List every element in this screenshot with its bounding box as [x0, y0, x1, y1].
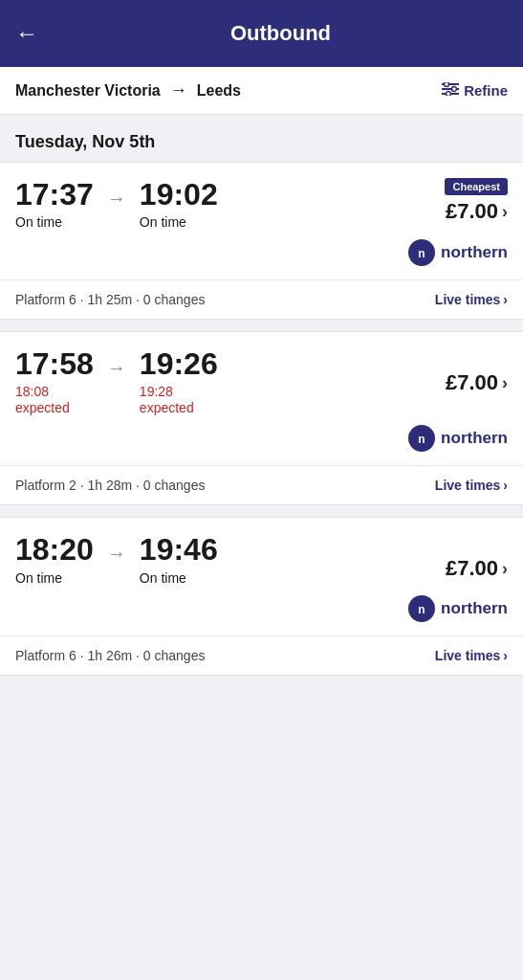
arrive-time: 19:02 — [140, 178, 218, 212]
cheapest-badge: Cheapest — [445, 178, 508, 195]
journey-card[interactable]: 17:58 18:08 expected → 19:26 19:28 expec… — [0, 331, 523, 505]
journey-main: 17:37 On time → 19:02 On time Cheapest £… — [0, 163, 523, 230]
live-times-button[interactable]: Live times › — [435, 648, 508, 663]
live-times-chevron-icon: › — [503, 478, 508, 493]
northern-icon: n — [408, 239, 435, 266]
journeys-list: 17:37 On time → 19:02 On time Cheapest £… — [0, 162, 523, 676]
refine-icon — [442, 82, 459, 99]
operator-logo: n northern — [0, 586, 523, 635]
journey-arrow-icon: → — [107, 543, 126, 565]
route-from: Manchester Victoria — [15, 82, 161, 100]
journey-meta: Platform 6 · 1h 25m · 0 changes — [15, 292, 205, 307]
live-times-button[interactable]: Live times › — [435, 478, 508, 493]
price-row: £7.00 › — [446, 199, 508, 224]
price-row: £7.00 › — [446, 556, 508, 581]
depart-time-label: 18:08 — [15, 384, 94, 399]
price-block: £7.00 › — [446, 347, 508, 395]
date-section: Tuesday, Nov 5th — [0, 115, 523, 162]
svg-point-4 — [452, 87, 457, 92]
arrive-expected: expected — [140, 400, 218, 415]
live-times-chevron-icon: › — [503, 292, 508, 307]
header: ← Outbound — [0, 0, 523, 67]
journey-card[interactable]: 18:20 On time → 19:46 On time £7.00 › — [0, 517, 523, 675]
journey-card[interactable]: 17:37 On time → 19:02 On time Cheapest £… — [0, 162, 523, 320]
price-block: Cheapest £7.00 › — [445, 178, 508, 224]
route-arrow-icon: → — [170, 80, 187, 100]
route-to: Leeds — [197, 82, 442, 100]
svg-text:n: n — [418, 247, 425, 260]
arrive-status: On time — [140, 570, 218, 586]
journey-footer: Platform 6 · 1h 26m · 0 changes Live tim… — [0, 635, 523, 675]
date-label: Tuesday, Nov 5th — [15, 132, 155, 151]
depart-time: 18:20 — [15, 533, 94, 567]
svg-text:n: n — [418, 433, 425, 446]
live-times-label: Live times — [435, 478, 500, 493]
price: £7.00 — [446, 556, 498, 581]
price: £7.00 — [446, 199, 498, 224]
price-row: £7.00 › — [446, 370, 508, 395]
svg-point-3 — [445, 82, 449, 87]
depart-expected: expected — [15, 400, 94, 415]
journey-times: 17:37 On time → 19:02 On time — [15, 178, 445, 230]
depart-time: 17:37 — [15, 178, 94, 212]
journey-footer: Platform 6 · 1h 25m · 0 changes Live tim… — [0, 279, 523, 319]
operator-logo: n northern — [0, 415, 523, 465]
depart-block: 17:58 18:08 expected — [15, 347, 94, 415]
northern-icon: n — [408, 425, 435, 452]
live-times-label: Live times — [435, 292, 500, 307]
journey-meta: Platform 6 · 1h 26m · 0 changes — [15, 648, 205, 663]
operator-name: northern — [441, 243, 508, 262]
journey-times: 17:58 18:08 expected → 19:26 19:28 expec… — [15, 347, 446, 415]
journey-meta: Platform 2 · 1h 28m · 0 changes — [15, 478, 205, 493]
page-title: Outbound — [54, 21, 508, 46]
journey-main: 17:58 18:08 expected → 19:26 19:28 expec… — [0, 332, 523, 415]
journey-times: 18:20 On time → 19:46 On time — [15, 533, 446, 585]
arrive-block: 19:46 On time — [140, 533, 218, 585]
northern-icon: n — [408, 595, 435, 622]
arrive-time: 19:46 — [140, 533, 218, 567]
refine-button[interactable]: Refine — [442, 82, 508, 99]
price-block: £7.00 › — [446, 533, 508, 581]
operator-logo: n northern — [0, 230, 523, 279]
price: £7.00 — [446, 370, 498, 395]
route-bar: Manchester Victoria → Leeds Refine — [0, 67, 523, 115]
journey-arrow-icon: → — [107, 357, 126, 379]
live-times-button[interactable]: Live times › — [435, 292, 508, 307]
arrive-status: On time — [140, 214, 218, 230]
chevron-right-icon: › — [502, 373, 508, 393]
svg-text:n: n — [418, 602, 425, 615]
arrive-time-label: 19:28 — [140, 384, 218, 399]
arrive-block: 19:02 On time — [140, 178, 218, 230]
depart-status: On time — [15, 214, 94, 230]
live-times-label: Live times — [435, 648, 500, 663]
operator-name: northern — [441, 429, 508, 448]
back-button[interactable]: ← — [15, 20, 38, 47]
depart-time: 17:58 — [15, 347, 94, 381]
journey-arrow-icon: → — [107, 188, 126, 210]
svg-point-5 — [447, 92, 451, 97]
depart-block: 18:20 On time — [15, 533, 94, 585]
journey-footer: Platform 2 · 1h 28m · 0 changes Live tim… — [0, 465, 523, 504]
arrive-block: 19:26 19:28 expected — [140, 347, 218, 415]
depart-status: On time — [15, 570, 94, 586]
operator-name: northern — [441, 599, 508, 618]
arrive-time: 19:26 — [140, 347, 218, 381]
refine-label: Refine — [464, 82, 508, 99]
depart-block: 17:37 On time — [15, 178, 94, 230]
live-times-chevron-icon: › — [503, 648, 508, 663]
journey-main: 18:20 On time → 19:46 On time £7.00 › — [0, 518, 523, 585]
chevron-right-icon: › — [502, 202, 508, 222]
chevron-right-icon: › — [502, 559, 508, 579]
